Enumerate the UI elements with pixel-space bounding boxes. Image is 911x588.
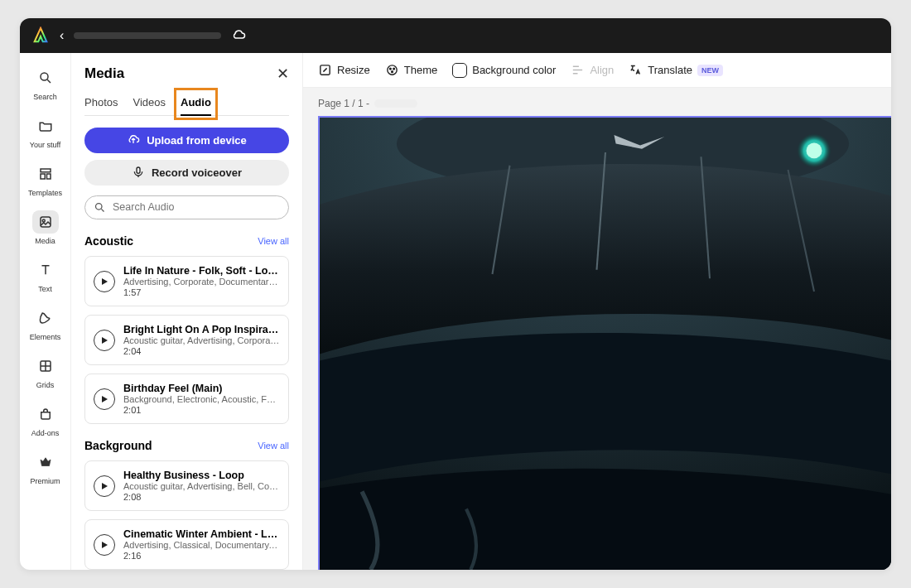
svg-rect-4	[46, 174, 51, 179]
svg-point-15	[389, 68, 391, 70]
microphone-icon	[132, 166, 145, 179]
topbar: ‹	[20, 18, 891, 53]
rail-label: Grids	[36, 381, 55, 389]
search-audio[interactable]	[84, 195, 289, 219]
rail-templates[interactable]: Templates	[22, 157, 69, 204]
section-title: Background	[84, 439, 152, 452]
rail-your-stuff[interactable]: Your stuff	[22, 109, 69, 156]
rail-label: Templates	[28, 189, 62, 197]
track-tags: Advertising, Corporate, Documentary, D…	[123, 277, 280, 287]
app-logo-icon	[31, 27, 50, 45]
svg-rect-3	[41, 174, 45, 179]
tab-photos[interactable]: Photos	[84, 91, 118, 115]
svg-point-6	[42, 219, 45, 222]
track-tags: Advertising, Classical, Documentary, Dr…	[123, 540, 280, 550]
audio-track[interactable]: Bright Light On A Pop Inspiratio…Acousti…	[84, 315, 289, 365]
rail-addons[interactable]: Add-ons	[22, 398, 69, 444]
svg-point-11	[96, 203, 103, 210]
upload-from-device-button[interactable]: Upload from device	[84, 128, 289, 153]
svg-point-14	[388, 65, 397, 75]
track-tags: Acoustic guitar, Advertising, Bell, Corp…	[123, 481, 280, 491]
rail-search[interactable]: Search	[22, 61, 69, 108]
play-button[interactable]	[94, 475, 115, 497]
track-title: Healthy Business - Loop	[123, 470, 280, 481]
canvas-toolbar: Resize Theme Background color Align Tran…	[303, 53, 891, 88]
play-button[interactable]	[94, 330, 115, 351]
play-button[interactable]	[94, 534, 115, 556]
track-duration: 2:01	[123, 405, 280, 415]
left-rail: Search Your stuff Templates Media Text E…	[20, 53, 71, 570]
back-button[interactable]: ‹	[60, 28, 64, 43]
background-color-icon	[452, 63, 467, 78]
rail-label: Elements	[30, 333, 61, 341]
svg-point-0	[41, 73, 48, 80]
rail-grids[interactable]: Grids	[22, 349, 69, 396]
audio-track[interactable]: Healthy Business - LoopAcoustic guitar, …	[84, 460, 289, 511]
translate-icon	[629, 63, 643, 77]
rail-media[interactable]: Media	[22, 205, 69, 252]
close-panel-button[interactable]: ✕	[277, 65, 289, 83]
svg-point-17	[391, 71, 393, 73]
svg-point-28	[807, 142, 822, 158]
play-button[interactable]	[94, 271, 115, 292]
tool-align: Align	[571, 63, 614, 77]
tool-theme[interactable]: Theme	[385, 63, 437, 77]
rail-label: Premium	[30, 477, 60, 485]
rail-label: Search	[33, 93, 57, 101]
svg-point-16	[393, 68, 395, 70]
rail-text[interactable]: Text	[22, 253, 69, 300]
page-indicator: Page 1 / 1 -	[318, 88, 891, 116]
theme-icon	[385, 63, 399, 77]
stage-wrap: Page 1 / 1 -	[303, 88, 891, 570]
panel-title: Media	[84, 65, 124, 82]
rail-elements[interactable]: Elements	[22, 301, 69, 348]
align-icon	[571, 63, 585, 77]
search-icon	[94, 201, 106, 214]
rail-premium[interactable]: Premium	[22, 446, 69, 492]
canvas-artwork	[320, 118, 891, 570]
audio-track[interactable]: Cinematic Winter Ambient - LoopAdvertisi…	[84, 519, 289, 570]
search-audio-input[interactable]	[113, 201, 280, 213]
canvas-area: Resize Theme Background color Align Tran…	[303, 53, 891, 570]
rail-label: Text	[38, 285, 52, 293]
view-all-link[interactable]: View all	[258, 441, 289, 451]
rail-label: Media	[35, 237, 55, 245]
tab-videos[interactable]: Videos	[133, 91, 166, 115]
record-label: Record voiceover	[152, 166, 242, 179]
svg-rect-10	[137, 167, 140, 173]
svg-line-1	[47, 80, 51, 83]
tab-audio[interactable]: Audio	[181, 91, 211, 115]
svg-line-12	[101, 209, 104, 211]
track-title: Life In Nature - Folk, Soft - Loop	[123, 265, 280, 277]
track-title: Bright Light On A Pop Inspiratio…	[123, 324, 280, 335]
rail-label: Your stuff	[30, 141, 61, 149]
tool-translate[interactable]: TranslateNEW	[629, 63, 723, 77]
new-badge: NEW	[697, 65, 723, 76]
app-window: ‹ Search Your stuff Templates Media Text…	[20, 18, 891, 570]
audio-track[interactable]: Birthday Feel (Main)Background, Electron…	[84, 374, 289, 424]
upload-cloud-icon	[127, 133, 140, 147]
play-button[interactable]	[94, 388, 115, 410]
rail-label: Add-ons	[31, 429, 60, 437]
svg-rect-2	[41, 169, 51, 172]
track-duration: 1:57	[123, 287, 280, 297]
document-title-placeholder[interactable]	[74, 32, 221, 39]
track-duration: 2:16	[123, 551, 280, 561]
section-title: Acoustic	[84, 234, 133, 248]
track-tags: Acoustic guitar, Advertising, Corporate,…	[123, 335, 280, 345]
canvas-stage[interactable]	[318, 116, 891, 570]
upload-label: Upload from device	[147, 134, 247, 147]
record-voiceover-button[interactable]: Record voiceover	[84, 160, 289, 186]
media-tabs: Photos Videos Audio	[84, 91, 289, 116]
app-body: Search Your stuff Templates Media Text E…	[20, 53, 891, 570]
audio-track[interactable]: Life In Nature - Folk, Soft - LoopAdvert…	[84, 256, 289, 306]
tool-resize[interactable]: Resize	[318, 63, 370, 77]
svg-rect-5	[41, 217, 51, 227]
tool-background-color[interactable]: Background color	[452, 63, 556, 78]
view-all-link[interactable]: View all	[258, 236, 289, 246]
track-tags: Background, Electronic, Acoustic, Folk, …	[123, 394, 280, 404]
resize-icon	[318, 63, 332, 77]
track-duration: 2:08	[123, 492, 280, 502]
track-duration: 2:04	[123, 346, 280, 356]
cloud-sync-icon[interactable]	[231, 28, 246, 43]
